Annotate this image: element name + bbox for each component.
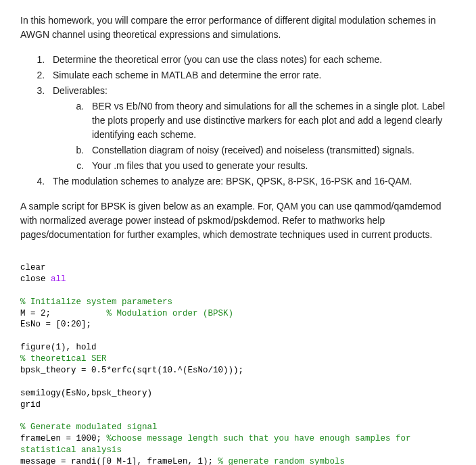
code-line: figure(1), hold bbox=[20, 343, 97, 352]
list-item-3: Deliverables: BER vs Eb/N0 from theory a… bbox=[47, 84, 456, 173]
code-line: frameLen = 1000; bbox=[20, 434, 107, 443]
code-line: clear bbox=[20, 263, 46, 272]
code-comment: % Modulation order (BPSK) bbox=[107, 309, 234, 318]
deliverables-sublist: BER vs Eb/N0 from theory and simulations… bbox=[87, 99, 456, 173]
sublist-item-c: Your .m files that you used to generate … bbox=[87, 159, 456, 173]
code-comment: statistical analysis bbox=[20, 445, 122, 455]
code-line: semilogy(EsNo,bpsk_theory) bbox=[20, 389, 152, 398]
code-comment: % theoretical SER bbox=[20, 354, 107, 364]
intro-paragraph: In this homework, you will compare the e… bbox=[20, 14, 456, 42]
code-comment: % generate random symbols bbox=[218, 457, 346, 465]
code-line: message = randi([0 M-1], frameLen, 1); bbox=[20, 457, 218, 465]
code-line: M = 2; bbox=[20, 309, 107, 318]
code-comment: % Generate modulated signal bbox=[20, 422, 158, 432]
code-line: close bbox=[20, 274, 51, 284]
code-line: grid bbox=[20, 400, 41, 410]
list-item-1: Determine the theoretical error (you can… bbox=[47, 53, 456, 67]
list-item-4: The modulation schemes to analyze are: B… bbox=[47, 174, 456, 189]
code-keyword-all: all bbox=[51, 274, 66, 284]
list-item-3-text: Deliverables: bbox=[53, 85, 108, 96]
matlab-code-block: clear close all % Initialize system para… bbox=[20, 262, 456, 465]
code-line: EsNo = [0:20]; bbox=[20, 320, 91, 329]
sample-script-paragraph: A sample script for BPSK is given below … bbox=[20, 199, 456, 242]
code-comment: % Initialize system parameters bbox=[20, 297, 172, 307]
code-line: bpsk_theory = 0.5*erfc(sqrt(10.^(EsNo/10… bbox=[20, 366, 243, 375]
sublist-item-b: Constellation diagram of noisy (received… bbox=[87, 143, 456, 157]
list-item-2: Simulate each scheme in MATLAB and deter… bbox=[47, 68, 456, 82]
sublist-item-a: BER vs Eb/N0 from theory and simulations… bbox=[87, 99, 456, 142]
main-ordered-list: Determine the theoretical error (you can… bbox=[47, 53, 456, 189]
code-comment: %choose message length such that you hav… bbox=[107, 434, 416, 443]
